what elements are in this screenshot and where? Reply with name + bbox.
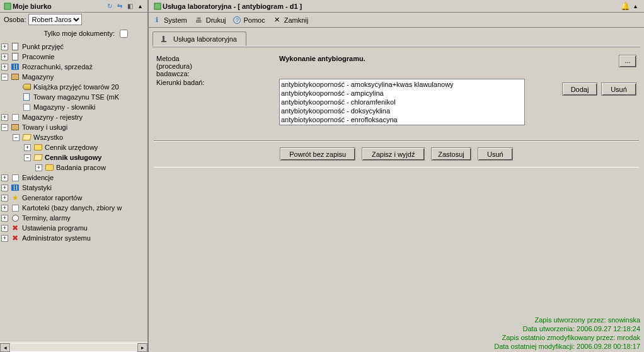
refresh-icon[interactable]: ↻ [105,2,114,11]
audit-created-date: Data utworzenia: 2006.09.27 12:18:24 [149,324,640,333]
content-area: Usługa laboratoryjna Metoda (procedura) … [149,28,644,352]
tree-node[interactable]: Książka przyjęć towarów 20 [1,82,147,92]
tree-node[interactable]: Towary magazynu TSE (mK [1,92,147,102]
save-exit-button[interactable]: Zapisz i wyjdź [362,147,425,161]
tree-node[interactable]: +Statystyki [1,183,147,193]
scroll-right-icon[interactable]: ▸ [137,343,147,352]
tree-node[interactable]: +Pracownie [1,52,147,62]
left-title: Moje biurko [13,3,105,10]
folder-open-icon [21,133,32,142]
list-item[interactable]: antybiotykooporność - ampicylina [281,89,523,98]
tree-node-label: Cennik urzędowy [45,142,98,152]
scroll-track[interactable] [10,343,137,352]
tree-view[interactable]: +Punkt przyjęć+Pracownie+Rozrachunki, sp… [0,40,147,342]
expand-icon[interactable]: + [1,54,8,60]
tree-node[interactable]: −Magazyny [1,72,147,82]
expand-icon[interactable]: + [1,185,8,191]
expand-icon[interactable]: + [1,43,8,50]
list-item[interactable]: antybiotykooporność - enrofloksacyna [281,115,523,124]
pin-icon[interactable]: ◧ [125,2,134,11]
expand-icon[interactable]: + [1,215,8,222]
menu-print[interactable]: 🖶 Drukuj [195,16,226,25]
box-icon [10,123,20,132]
note-icon [10,113,20,122]
tree-spacer [13,94,20,101]
only-my-docs-checkbox[interactable] [120,30,128,38]
tree-node[interactable]: −Towary i usługi [1,122,147,132]
tree-node[interactable]: −Cennik usługowy [1,152,147,162]
labels-column: Metoda (procedura) badawcza: Kierunki ba… [156,55,273,125]
chart-icon [10,62,20,71]
horizontal-scrollbar[interactable]: ◂ ▸ [0,342,147,352]
method-label-1: Metoda [156,55,273,62]
tab-lab-service[interactable]: Usługa laboratoryjna [152,31,246,46]
browse-button[interactable]: ... [619,55,636,67]
expand-icon[interactable]: + [35,164,42,171]
collapse-icon[interactable]: − [1,124,8,131]
bell-icon[interactable]: 🔔 [621,2,630,11]
menu-help-label: Pomoc [243,16,265,24]
tree-spacer [13,84,20,91]
note-icon [21,103,32,111]
app-icon [3,2,12,11]
list-item[interactable]: antybiotykooporność - chloramfenikol [281,98,523,106]
tree-node[interactable]: +Punkt przyjęć [1,42,147,52]
tree-node[interactable]: +Badania pracow [1,162,147,173]
note-icon [10,203,20,212]
tree-node-label: Terminy, alarmy [22,213,71,223]
collapse-icon[interactable]: − [13,134,20,141]
apply-button[interactable]: Zastosuj [431,147,471,161]
tree-node-label: Magazyny - słowniki [33,102,95,112]
expand-icon[interactable]: + [1,174,8,181]
tree-node-label: Pracownie [22,52,54,62]
page-icon [21,93,32,101]
tree-node[interactable]: +★Generator raportów [1,193,147,203]
tree-node[interactable]: +Rozrachunki, sprzedaż [1,62,147,72]
tree-node-label: Towary magazynu TSE (mK [33,92,119,102]
tree-node-label: Statystyki [22,183,52,193]
directions-listbox[interactable]: antybiotykooporność - amoksycylina+kwas … [279,79,525,125]
expand-icon[interactable]: + [1,205,8,212]
tree-node-label: Generator raportów [22,193,82,203]
tree-node[interactable]: +Cennik urzędowy [1,142,147,152]
add-button[interactable]: Dodaj [562,82,597,96]
tree-node[interactable]: +Ewidencje [1,173,147,183]
list-item[interactable]: antybiotykooporność - amoksycylina+kwas … [281,80,523,89]
expand-icon[interactable]: + [1,195,8,202]
collapse-up-icon[interactable]: ▴ [631,2,640,11]
method-value: Wykonanie antybiogramu. [279,55,541,62]
menu-print-label: Drukuj [206,16,226,24]
remove-button[interactable]: Usuń [478,147,513,161]
menu-close[interactable]: ✕ Zamknij [273,16,309,25]
chart-icon [10,183,20,192]
tree-node[interactable]: +✖Administrator systemu [1,233,147,243]
remove-side-button[interactable]: Usuń [601,82,636,96]
expand-icon[interactable]: + [1,235,8,242]
menu-system[interactable]: ℹ System [152,16,187,25]
back-button[interactable]: Powrót bez zapisu [280,147,355,161]
expand-icon[interactable]: + [1,64,8,71]
scroll-left-icon[interactable]: ◂ [0,343,10,352]
tree-node[interactable]: Magazyny - słowniki [1,102,147,112]
expand-icon[interactable]: + [1,225,8,232]
person-select[interactable]: Robert Jaros [28,14,82,25]
list-item[interactable]: antybiotykooporność - doksycyklina [281,106,523,115]
folder-icon [33,143,43,152]
right-titlebar: Usługa laboratoryjna - [ antybiogram - d… [149,0,644,13]
tree-node[interactable]: −Wszystko [1,132,147,142]
audit-modified-date: Data ostatniej modyfikacji: 2006.09.28 0… [149,342,640,351]
collapse-icon[interactable]: − [1,74,8,81]
expand-icon[interactable]: + [1,114,8,121]
menu-help[interactable]: ? Pomoc [233,16,265,24]
tree-node[interactable]: +Terminy, alarmy [1,213,147,223]
tree-node[interactable]: +✖Ustawienia programu [1,223,147,233]
tree-node[interactable]: +Magazyny - rejestry [1,112,147,122]
microscope-icon [160,35,169,43]
expand-icon[interactable]: + [24,144,31,151]
collapse-up-icon[interactable]: ▴ [135,2,144,11]
tree-node[interactable]: +Kartoteki (bazy danych, zbiory w [1,203,147,213]
sync-icon[interactable]: ⇆ [115,2,124,11]
collapse-icon[interactable]: − [24,154,31,161]
only-my-docs-label: Tylko moje dokumenty: [44,30,115,37]
audit-modified-by: Zapis ostatnio zmodyfikowany przez: mrod… [149,333,640,342]
